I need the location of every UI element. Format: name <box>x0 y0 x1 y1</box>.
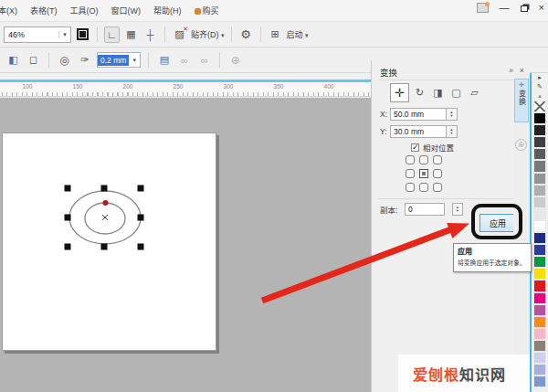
fit-page-button[interactable] <box>75 26 90 43</box>
anchor-middle-left[interactable] <box>406 169 415 178</box>
ruler-label: 400 <box>324 83 334 90</box>
palette-swatch-18[interactable] <box>533 316 546 328</box>
curve-node[interactable] <box>103 200 109 206</box>
account-icon[interactable] <box>477 3 489 13</box>
anchor-middle-right[interactable] <box>433 169 442 178</box>
transform-tab-icon: ✛ <box>519 81 524 89</box>
minimize-button[interactable]: — <box>500 3 510 13</box>
watermark-highlight: 爱刨根 <box>413 367 459 383</box>
text-wrap-icon[interactable]: ▤ <box>156 52 172 69</box>
anchor-top-right[interactable] <box>433 155 442 164</box>
chevron-down-icon[interactable]: ▾ <box>129 57 140 64</box>
tab-transform[interactable]: ✛ 变换 <box>514 79 529 122</box>
palette-swatch-3[interactable] <box>533 136 546 148</box>
copies-label: 副本: <box>380 204 405 215</box>
anchor-bottom-left[interactable] <box>406 183 415 192</box>
relative-position-checkbox[interactable] <box>411 143 419 152</box>
eyedropper-icon[interactable]: ✎ <box>537 82 543 91</box>
palette-swatch-5[interactable] <box>533 160 546 172</box>
menu-item-buy[interactable]: 购买 <box>195 5 219 16</box>
link-icon[interactable]: ∞ <box>176 52 192 69</box>
selection-handles[interactable] <box>65 185 144 250</box>
drawing-canvas[interactable] <box>0 98 371 392</box>
watermark-rest: 知识网 <box>459 367 506 383</box>
divider <box>164 26 165 42</box>
horizontal-ruler[interactable]: 100 150 200 250 300 350 400 <box>0 82 371 97</box>
anchor-point-grid <box>406 155 449 196</box>
y-spinner[interactable]: ▴▾ <box>447 125 458 138</box>
options-gear-button[interactable]: ⚙ <box>238 26 254 43</box>
menu-item-tools[interactable]: 工具(O) <box>70 5 99 16</box>
anchor-bottom-right[interactable] <box>433 183 442 192</box>
palette-swatch-17[interactable] <box>533 304 546 316</box>
divider <box>377 79 514 80</box>
palette-swatch-10[interactable] <box>533 220 546 232</box>
palette-swatch-0[interactable] <box>533 101 546 112</box>
anchor-center-selected[interactable] <box>419 169 428 178</box>
chevron-down-icon: ▾ <box>305 32 309 38</box>
skew-transform-button[interactable]: ▱ <box>467 85 482 101</box>
palette-swatch-4[interactable] <box>533 148 546 160</box>
palette-flyout-icon[interactable]: ► <box>537 73 543 82</box>
menu-item-text[interactable]: 本(X) <box>0 5 17 16</box>
launch-menu[interactable]: 启动 ▾ <box>287 28 309 40</box>
palette-swatch-12[interactable] <box>533 244 546 256</box>
show-guidelines-button[interactable]: ┼ <box>142 26 158 43</box>
combine-icon[interactable]: ◧ <box>5 52 21 69</box>
palette-swatch-6[interactable] <box>533 173 546 185</box>
palette-swatch-8[interactable] <box>533 196 546 208</box>
palette-swatch-9[interactable] <box>533 208 546 220</box>
add-symbol-icon[interactable]: ⊕ <box>227 52 243 69</box>
add-docker-button[interactable]: ⊕ <box>515 139 527 151</box>
palette-swatch-22[interactable] <box>533 364 546 376</box>
ruler-label: 150 <box>73 83 83 90</box>
x-spinner[interactable]: ▴▾ <box>447 108 458 121</box>
zoom-level-combo[interactable]: 46% ▾ <box>4 26 71 43</box>
copies-field[interactable]: 0 <box>405 203 445 216</box>
apply-button[interactable]: 应用 <box>480 214 516 232</box>
palette-swatch-7[interactable] <box>533 185 546 196</box>
restore-button[interactable] <box>521 5 528 12</box>
palette-swatch-16[interactable] <box>533 292 546 304</box>
chevron-down-icon[interactable]: ▾ <box>58 31 70 38</box>
snap-off-button[interactable]: ▨✕ <box>172 26 187 43</box>
x-position-field[interactable]: 50.0 mm <box>390 108 447 121</box>
outline-width-field[interactable]: 0.2 mm ▾ <box>97 52 141 68</box>
position-transform-button[interactable]: ✛ <box>390 83 409 102</box>
size-transform-button[interactable]: ▢ <box>448 85 464 101</box>
show-grid-button[interactable]: ▦ <box>123 26 139 43</box>
close-button[interactable]: × <box>539 3 544 13</box>
anchor-top-left[interactable] <box>406 155 415 164</box>
divider <box>231 26 232 42</box>
palette-swatch-15[interactable] <box>533 280 546 291</box>
transform-type-buttons: ✛ ↻ ◨ ▢ ▱ <box>390 83 482 102</box>
palette-swatch-21[interactable] <box>533 352 546 364</box>
menu-item-help[interactable]: 帮助(H) <box>153 5 182 16</box>
inner-ellipse[interactable] <box>85 203 125 234</box>
anchor-bottom-center[interactable] <box>419 183 428 192</box>
zoom-level-value: 46% <box>5 30 58 39</box>
palette-swatch-23[interactable] <box>533 376 546 387</box>
show-rulers-button[interactable]: ∟ <box>104 26 120 43</box>
link-broken-icon[interactable]: ∞ <box>196 52 212 69</box>
y-position-field[interactable]: 30.0 mm <box>390 125 447 138</box>
weld-icon[interactable]: ◻ <box>26 52 41 69</box>
rotate-transform-button[interactable]: ↻ <box>412 85 427 101</box>
copies-spinner[interactable]: ▴▾ <box>452 203 463 216</box>
divider <box>219 52 220 68</box>
palette-swatch-20[interactable] <box>533 340 546 352</box>
palette-scroll-up-icon[interactable]: ▴ <box>538 91 542 101</box>
snap-menu[interactable]: 贴齐(D) ▾ <box>191 28 225 40</box>
palette-swatch-13[interactable] <box>533 256 546 268</box>
palette-swatch-11[interactable] <box>533 232 546 244</box>
palette-swatch-2[interactable] <box>533 124 546 136</box>
scale-mirror-transform-button[interactable]: ◨ <box>430 85 446 101</box>
selected-ellipses-drawing[interactable] <box>0 98 371 392</box>
ellipse-tool-icon[interactable]: ◎ <box>57 52 72 69</box>
palette-swatch-19[interactable] <box>533 328 546 340</box>
anchor-top-center[interactable] <box>419 155 428 164</box>
menu-item-window[interactable]: 窗口(W) <box>111 5 142 16</box>
palette-swatch-1[interactable] <box>533 112 546 124</box>
menu-item-table[interactable]: 表格(T) <box>30 5 58 16</box>
palette-swatch-14[interactable] <box>533 268 546 280</box>
